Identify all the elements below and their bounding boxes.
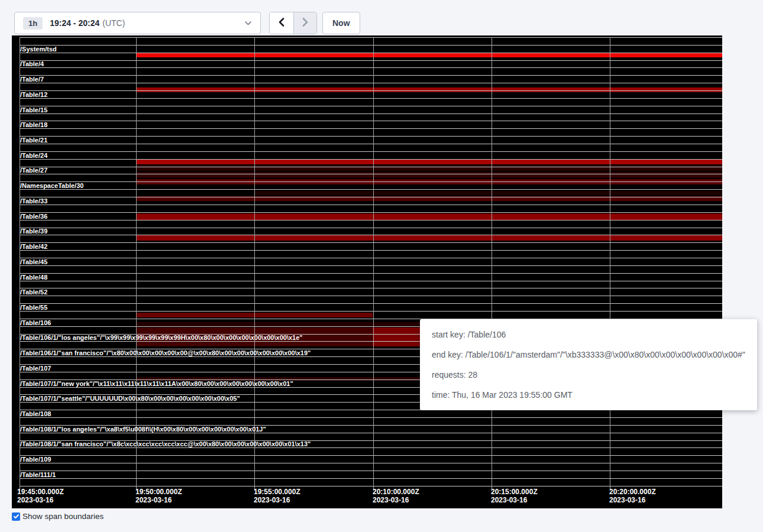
row-label: /Table/109 — [20, 456, 51, 463]
row-label: /Table/27 — [20, 167, 47, 174]
row-label: /Table/39 — [20, 228, 47, 235]
span-boundary-line — [20, 265, 722, 266]
span-boundary-line — [20, 151, 722, 152]
span-boundary-line — [20, 159, 722, 160]
chevron-left-icon — [278, 17, 285, 29]
span-boundary-line — [20, 212, 722, 213]
span-boundary-line — [20, 303, 722, 304]
key-visualizer-page: 1h 19:24 - 20:24 (UTC) Now /System/tsd/T… — [0, 0, 763, 532]
span-boundary-line — [20, 228, 722, 228]
row-label: /Table/12 — [20, 91, 47, 98]
time-gridline — [136, 37, 137, 491]
tooltip-time: time: Thu, 16 Mar 2023 19:55:00 GMT — [432, 385, 745, 405]
span-boundary-line — [20, 45, 722, 46]
span-boundary-line — [20, 447, 722, 448]
span-boundary-line — [20, 205, 722, 205]
heatmap-band — [136, 235, 722, 241]
heatmap-band — [136, 87, 722, 92]
time-range-selector[interactable]: 1h 19:24 - 20:24 (UTC) — [14, 12, 261, 34]
span-boundary-line — [20, 478, 722, 479]
x-axis-label: 20:10:00.000Z2023-03-16 — [373, 488, 419, 504]
row-label: /Table/106/1/"los angeles"/"\x99\x99\x99… — [20, 334, 303, 341]
span-boundary-line — [20, 288, 722, 288]
row-label: /NamespaceTable/30 — [20, 182, 83, 189]
span-boundary-line — [20, 128, 722, 129]
span-boundary-line — [20, 53, 722, 53]
row-label: /Table/36 — [20, 213, 47, 220]
span-boundary-line — [20, 455, 722, 456]
hover-tooltip: start key: /Table/106 end key: /Table/10… — [420, 319, 757, 410]
time-gridline — [254, 37, 255, 491]
span-boundary-line — [20, 174, 722, 174]
next-range-button[interactable] — [293, 12, 317, 34]
heatmap-band — [136, 53, 722, 57]
now-button[interactable]: Now — [322, 12, 360, 34]
row-label: /System/tsd — [20, 46, 57, 53]
heatmap-canvas[interactable]: /System/tsd/Table/4/Table/7/Table/12/Tab… — [12, 35, 722, 508]
tooltip-start-key: start key: /Table/106 — [432, 325, 745, 345]
span-boundary-line — [20, 181, 722, 182]
span-boundary-line — [20, 144, 722, 144]
span-boundary-line — [20, 463, 722, 463]
row-label: /Table/106 — [20, 319, 51, 326]
prev-range-button[interactable] — [270, 12, 293, 34]
span-boundary-line — [20, 281, 722, 281]
span-boundary-line — [20, 471, 722, 471]
time-gridline — [492, 37, 492, 491]
row-label: /Table/7 — [20, 76, 44, 83]
heatmap-band — [136, 165, 722, 171]
heatmap-band — [136, 214, 722, 220]
span-boundary-line — [20, 486, 722, 486]
span-boundary-line — [20, 296, 722, 296]
time-gridline — [610, 37, 610, 491]
row-label: /Table/107/1/"seattle"/"UUUUUUD\x00\x80\… — [20, 395, 240, 402]
span-boundary-line — [20, 98, 722, 99]
span-boundary-line — [20, 136, 722, 137]
show-span-boundaries-checkbox[interactable] — [12, 512, 20, 521]
row-label: /Table/108/1/"san francisco"/"\x8c\xcc\x… — [20, 440, 311, 447]
time-nav-group — [269, 12, 317, 34]
toolbar: 1h 19:24 - 20:24 (UTC) Now — [0, 0, 763, 35]
tooltip-requests: requests: 28 — [432, 365, 745, 385]
row-label: /Table/107/1/"new york"/"\x11\x11\x11\x1… — [20, 380, 293, 387]
span-boundary-line — [20, 106, 722, 106]
row-label: /Table/18 — [20, 121, 47, 128]
span-boundary-line — [20, 121, 722, 121]
span-boundary-line — [20, 67, 722, 68]
row-label: /Table/107 — [20, 365, 51, 372]
time-preset-badge: 1h — [23, 17, 43, 30]
span-boundary-line — [20, 311, 722, 312]
row-label: /Table/4 — [20, 60, 44, 67]
x-axis-label: 19:45:00.000Z2023-03-16 — [17, 488, 64, 504]
time-range-label: 19:24 - 20:24 — [50, 18, 99, 28]
x-axis-label: 20:15:00.000Z2023-03-16 — [491, 488, 538, 504]
time-gridline — [373, 37, 374, 491]
heatmap-band — [373, 327, 420, 347]
row-label: /Table/45 — [20, 258, 47, 265]
row-label: /Table/52 — [20, 288, 47, 296]
row-label: /Table/108 — [20, 410, 51, 417]
row-label: /Table/106/1/"san francisco"/"\x80\x00\x… — [20, 349, 311, 356]
row-label: /Table/33 — [20, 197, 47, 205]
row-label: /Table/15 — [20, 106, 47, 113]
heatmap-band — [136, 172, 722, 179]
span-boundary-line — [20, 258, 722, 258]
span-boundary-line — [20, 113, 722, 114]
x-axis-label: 19:55:00.000Z2023-03-16 — [254, 488, 300, 504]
heatmap-band — [254, 191, 722, 196]
span-boundary-line — [20, 167, 722, 167]
row-label: /Table/21 — [20, 137, 47, 144]
x-axis-label: 19:50:00.000Z2023-03-16 — [135, 488, 182, 504]
span-boundary-line — [20, 433, 722, 433]
chevron-right-icon — [302, 17, 309, 29]
span-boundary-line — [20, 250, 722, 251]
row-label: /Table/108/1/"los angeles"/"\xa8\xf5\u00… — [20, 426, 266, 433]
span-boundary-line — [20, 242, 722, 243]
span-boundary-line — [20, 235, 722, 235]
span-boundary-line — [20, 60, 722, 61]
span-boundary-line — [20, 273, 722, 274]
span-boundary-line — [20, 90, 722, 91]
span-boundary-line — [20, 83, 722, 83]
row-label: /Table/24 — [20, 152, 47, 159]
row-label: /Table/55 — [20, 304, 47, 311]
